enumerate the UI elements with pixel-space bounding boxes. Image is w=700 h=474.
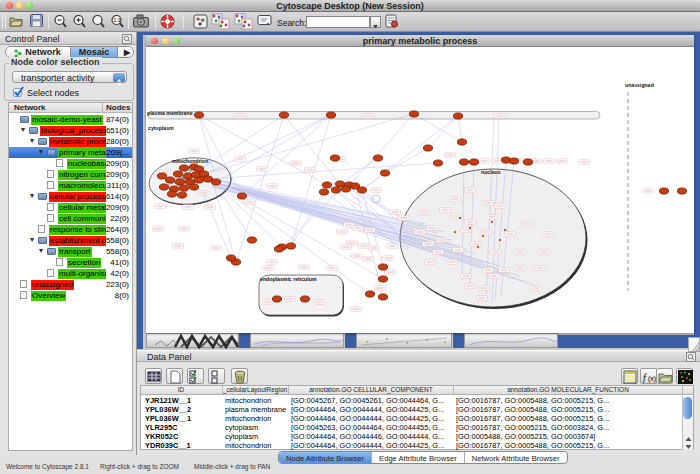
svg-text:unassigned: unassigned: [625, 82, 654, 88]
svg-text:mitochondrion: mitochondrion: [172, 158, 208, 164]
svg-text:(x): (x): [648, 375, 656, 383]
svg-text:f: f: [643, 372, 647, 383]
svg-text:nucleus: nucleus: [481, 169, 501, 175]
svg-text:plasma membrane: plasma membrane: [147, 110, 193, 116]
svg-text:endoplasmic reticulum: endoplasmic reticulum: [260, 276, 317, 282]
svg-text:cytoplasm: cytoplasm: [148, 125, 174, 131]
svg-text:1:1: 1:1: [114, 17, 121, 23]
